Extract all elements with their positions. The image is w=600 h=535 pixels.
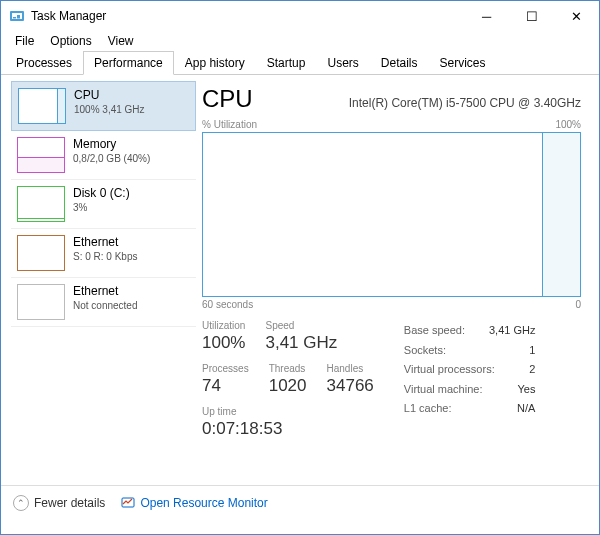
sidebar-item-label: Ethernet xyxy=(73,284,138,298)
fewer-details-button[interactable]: ⌃ Fewer details xyxy=(13,495,105,511)
menu-file[interactable]: File xyxy=(9,32,40,50)
stat-label: Threads xyxy=(269,363,307,374)
memory-thumb-icon xyxy=(17,137,65,173)
stat-handles: 34766 xyxy=(327,376,374,396)
stat-sockets: 1 xyxy=(529,342,535,360)
sidebar-item-label: Disk 0 (C:) xyxy=(73,186,130,200)
stat-processes: 74 xyxy=(202,376,249,396)
stat-label: Utilization xyxy=(202,320,245,331)
stat-label: Speed xyxy=(265,320,337,331)
tab-performance[interactable]: Performance xyxy=(83,51,174,75)
fewer-details-label: Fewer details xyxy=(34,496,105,510)
sidebar-item-sub: S: 0 R: 0 Kbps xyxy=(73,251,137,262)
close-button[interactable]: ✕ xyxy=(554,1,599,31)
window-title: Task Manager xyxy=(31,9,464,23)
sidebar-item-sub: 0,8/2,0 GB (40%) xyxy=(73,153,150,164)
stat-threads: 1020 xyxy=(269,376,307,396)
ethernet-thumb-icon xyxy=(17,284,65,320)
stat-label: Processes xyxy=(202,363,249,374)
stat-vmachine: Yes xyxy=(517,381,535,399)
stat-utilization: 100% xyxy=(202,333,245,353)
stat-speed: 3,41 GHz xyxy=(265,333,337,353)
menu-view[interactable]: View xyxy=(102,32,140,50)
footer: ⌃ Fewer details Open Resource Monitor xyxy=(1,485,599,519)
resource-monitor-link[interactable]: Open Resource Monitor xyxy=(121,496,267,510)
minimize-button[interactable]: ─ xyxy=(464,1,509,31)
cpu-thumb-icon xyxy=(18,88,66,124)
panel-title: CPU xyxy=(202,85,253,113)
graph-label-br: 0 xyxy=(575,299,581,310)
sidebar-item-ethernet-2[interactable]: EthernetNot connected xyxy=(11,278,196,327)
stat-label: L1 cache: xyxy=(404,400,452,418)
sidebar-item-label: Memory xyxy=(73,137,150,151)
tab-details[interactable]: Details xyxy=(370,51,429,75)
sidebar-item-label: CPU xyxy=(74,88,145,102)
monitor-icon xyxy=(121,496,135,510)
sidebar: CPU100% 3,41 GHz Memory0,8/2,0 GB (40%) … xyxy=(1,75,196,485)
stat-label: Virtual processors: xyxy=(404,361,495,379)
stat-label: Virtual machine: xyxy=(404,381,483,399)
svg-rect-2 xyxy=(13,17,16,19)
stat-l1: N/A xyxy=(517,400,535,418)
utilization-graph[interactable] xyxy=(202,132,581,297)
tab-services[interactable]: Services xyxy=(429,51,497,75)
tab-processes[interactable]: Processes xyxy=(5,51,83,75)
graph-label-bl: 60 seconds xyxy=(202,299,253,310)
sidebar-item-disk[interactable]: Disk 0 (C:)3% xyxy=(11,180,196,229)
main-panel: CPU Intel(R) Core(TM) i5-7500 CPU @ 3.40… xyxy=(196,75,599,485)
titlebar: Task Manager ─ ☐ ✕ xyxy=(1,1,599,31)
graph-label-tl: % Utilization xyxy=(202,119,257,130)
graph-trace xyxy=(542,133,580,296)
sidebar-item-label: Ethernet xyxy=(73,235,137,249)
stat-vprocs: 2 xyxy=(529,361,535,379)
maximize-button[interactable]: ☐ xyxy=(509,1,554,31)
disk-thumb-icon xyxy=(17,186,65,222)
stat-label: Sockets: xyxy=(404,342,446,360)
cpu-model: Intel(R) Core(TM) i5-7500 CPU @ 3.40GHz xyxy=(273,96,581,110)
app-icon xyxy=(9,8,25,24)
menu-options[interactable]: Options xyxy=(44,32,97,50)
sidebar-item-ethernet-1[interactable]: EthernetS: 0 R: 0 Kbps xyxy=(11,229,196,278)
sidebar-item-cpu[interactable]: CPU100% 3,41 GHz xyxy=(11,81,196,131)
sidebar-item-memory[interactable]: Memory0,8/2,0 GB (40%) xyxy=(11,131,196,180)
chevron-up-icon: ⌃ xyxy=(13,495,29,511)
svg-rect-3 xyxy=(17,15,20,19)
stat-label: Up time xyxy=(202,406,374,417)
graph-label-tr: 100% xyxy=(555,119,581,130)
tab-app-history[interactable]: App history xyxy=(174,51,256,75)
menubar: File Options View xyxy=(1,31,599,51)
sidebar-item-sub: 3% xyxy=(73,202,130,213)
sidebar-item-sub: Not connected xyxy=(73,300,138,311)
stat-uptime: 0:07:18:53 xyxy=(202,419,374,439)
ethernet-thumb-icon xyxy=(17,235,65,271)
tab-startup[interactable]: Startup xyxy=(256,51,317,75)
tab-users[interactable]: Users xyxy=(316,51,369,75)
resource-monitor-label: Open Resource Monitor xyxy=(140,496,267,510)
tabs: Processes Performance App history Startu… xyxy=(1,51,599,75)
sidebar-item-sub: 100% 3,41 GHz xyxy=(74,104,145,115)
stat-basespeed: 3,41 GHz xyxy=(489,322,535,340)
stat-label: Handles xyxy=(327,363,374,374)
stat-label: Base speed: xyxy=(404,322,465,340)
